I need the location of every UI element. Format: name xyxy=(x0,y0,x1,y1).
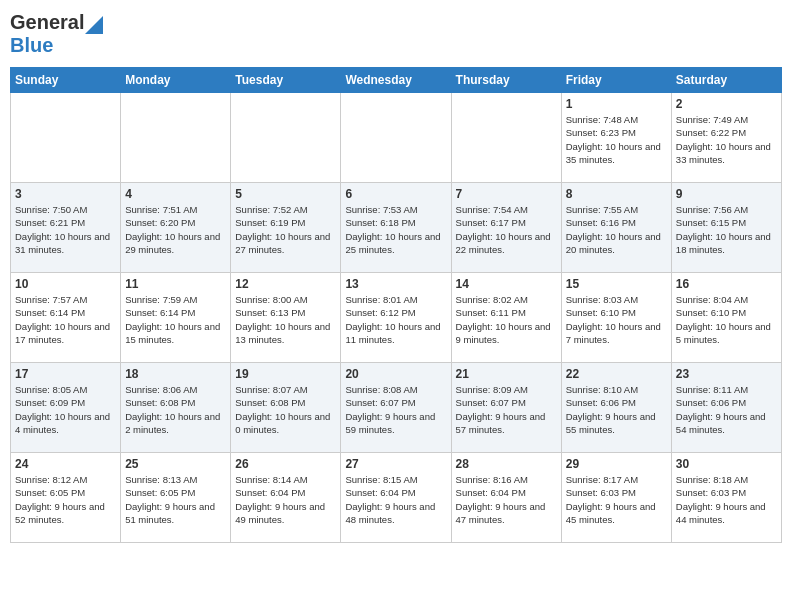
calendar-header-row: SundayMondayTuesdayWednesdayThursdayFrid… xyxy=(11,68,782,93)
calendar-week-5: 24Sunrise: 8:12 AMSunset: 6:05 PMDayligh… xyxy=(11,453,782,543)
header-wednesday: Wednesday xyxy=(341,68,451,93)
calendar-cell: 18Sunrise: 8:06 AMSunset: 6:08 PMDayligh… xyxy=(121,363,231,453)
day-info: Sunrise: 8:16 AMSunset: 6:04 PMDaylight:… xyxy=(456,473,557,526)
day-number: 22 xyxy=(566,367,667,381)
day-info: Sunrise: 8:14 AMSunset: 6:04 PMDaylight:… xyxy=(235,473,336,526)
day-number: 24 xyxy=(15,457,116,471)
calendar-cell: 19Sunrise: 8:07 AMSunset: 6:08 PMDayligh… xyxy=(231,363,341,453)
calendar-table: SundayMondayTuesdayWednesdayThursdayFrid… xyxy=(10,67,782,543)
day-info: Sunrise: 7:52 AMSunset: 6:19 PMDaylight:… xyxy=(235,203,336,256)
calendar-cell: 1Sunrise: 7:48 AMSunset: 6:23 PMDaylight… xyxy=(561,93,671,183)
calendar-cell: 7Sunrise: 7:54 AMSunset: 6:17 PMDaylight… xyxy=(451,183,561,273)
page-header: General Blue xyxy=(10,10,782,57)
day-number: 3 xyxy=(15,187,116,201)
day-info: Sunrise: 8:18 AMSunset: 6:03 PMDaylight:… xyxy=(676,473,777,526)
calendar-cell: 17Sunrise: 8:05 AMSunset: 6:09 PMDayligh… xyxy=(11,363,121,453)
calendar-cell: 6Sunrise: 7:53 AMSunset: 6:18 PMDaylight… xyxy=(341,183,451,273)
calendar-cell: 28Sunrise: 8:16 AMSunset: 6:04 PMDayligh… xyxy=(451,453,561,543)
calendar-cell: 22Sunrise: 8:10 AMSunset: 6:06 PMDayligh… xyxy=(561,363,671,453)
day-number: 11 xyxy=(125,277,226,291)
day-info: Sunrise: 7:51 AMSunset: 6:20 PMDaylight:… xyxy=(125,203,226,256)
calendar-cell xyxy=(11,93,121,183)
day-info: Sunrise: 7:55 AMSunset: 6:16 PMDaylight:… xyxy=(566,203,667,256)
day-info: Sunrise: 8:02 AMSunset: 6:11 PMDaylight:… xyxy=(456,293,557,346)
day-number: 13 xyxy=(345,277,446,291)
header-sunday: Sunday xyxy=(11,68,121,93)
day-info: Sunrise: 8:07 AMSunset: 6:08 PMDaylight:… xyxy=(235,383,336,436)
day-info: Sunrise: 8:15 AMSunset: 6:04 PMDaylight:… xyxy=(345,473,446,526)
day-info: Sunrise: 7:49 AMSunset: 6:22 PMDaylight:… xyxy=(676,113,777,166)
calendar-cell: 11Sunrise: 7:59 AMSunset: 6:14 PMDayligh… xyxy=(121,273,231,363)
calendar-cell: 2Sunrise: 7:49 AMSunset: 6:22 PMDaylight… xyxy=(671,93,781,183)
logo: General Blue xyxy=(10,10,103,57)
day-info: Sunrise: 7:56 AMSunset: 6:15 PMDaylight:… xyxy=(676,203,777,256)
calendar-cell: 27Sunrise: 8:15 AMSunset: 6:04 PMDayligh… xyxy=(341,453,451,543)
day-info: Sunrise: 7:53 AMSunset: 6:18 PMDaylight:… xyxy=(345,203,446,256)
calendar-cell: 15Sunrise: 8:03 AMSunset: 6:10 PMDayligh… xyxy=(561,273,671,363)
day-number: 1 xyxy=(566,97,667,111)
day-number: 7 xyxy=(456,187,557,201)
day-number: 18 xyxy=(125,367,226,381)
day-info: Sunrise: 8:13 AMSunset: 6:05 PMDaylight:… xyxy=(125,473,226,526)
calendar-cell: 21Sunrise: 8:09 AMSunset: 6:07 PMDayligh… xyxy=(451,363,561,453)
calendar-cell: 3Sunrise: 7:50 AMSunset: 6:21 PMDaylight… xyxy=(11,183,121,273)
day-number: 10 xyxy=(15,277,116,291)
day-number: 2 xyxy=(676,97,777,111)
calendar-cell: 25Sunrise: 8:13 AMSunset: 6:05 PMDayligh… xyxy=(121,453,231,543)
day-number: 28 xyxy=(456,457,557,471)
logo-icon xyxy=(85,12,103,34)
calendar-cell xyxy=(341,93,451,183)
day-info: Sunrise: 7:57 AMSunset: 6:14 PMDaylight:… xyxy=(15,293,116,346)
calendar-cell xyxy=(451,93,561,183)
day-number: 17 xyxy=(15,367,116,381)
day-info: Sunrise: 8:12 AMSunset: 6:05 PMDaylight:… xyxy=(15,473,116,526)
day-number: 29 xyxy=(566,457,667,471)
calendar-cell: 26Sunrise: 8:14 AMSunset: 6:04 PMDayligh… xyxy=(231,453,341,543)
day-number: 9 xyxy=(676,187,777,201)
day-number: 21 xyxy=(456,367,557,381)
calendar-cell: 23Sunrise: 8:11 AMSunset: 6:06 PMDayligh… xyxy=(671,363,781,453)
calendar-week-3: 10Sunrise: 7:57 AMSunset: 6:14 PMDayligh… xyxy=(11,273,782,363)
header-monday: Monday xyxy=(121,68,231,93)
day-number: 23 xyxy=(676,367,777,381)
logo-text-blue: Blue xyxy=(10,34,53,56)
day-info: Sunrise: 8:01 AMSunset: 6:12 PMDaylight:… xyxy=(345,293,446,346)
day-info: Sunrise: 8:06 AMSunset: 6:08 PMDaylight:… xyxy=(125,383,226,436)
calendar-cell: 12Sunrise: 8:00 AMSunset: 6:13 PMDayligh… xyxy=(231,273,341,363)
logo-text-general: General xyxy=(10,11,84,34)
calendar-week-4: 17Sunrise: 8:05 AMSunset: 6:09 PMDayligh… xyxy=(11,363,782,453)
calendar-week-2: 3Sunrise: 7:50 AMSunset: 6:21 PMDaylight… xyxy=(11,183,782,273)
calendar-cell: 30Sunrise: 8:18 AMSunset: 6:03 PMDayligh… xyxy=(671,453,781,543)
day-info: Sunrise: 7:54 AMSunset: 6:17 PMDaylight:… xyxy=(456,203,557,256)
calendar-cell: 4Sunrise: 7:51 AMSunset: 6:20 PMDaylight… xyxy=(121,183,231,273)
day-info: Sunrise: 8:08 AMSunset: 6:07 PMDaylight:… xyxy=(345,383,446,436)
day-number: 20 xyxy=(345,367,446,381)
calendar-cell: 8Sunrise: 7:55 AMSunset: 6:16 PMDaylight… xyxy=(561,183,671,273)
day-info: Sunrise: 8:00 AMSunset: 6:13 PMDaylight:… xyxy=(235,293,336,346)
day-info: Sunrise: 7:50 AMSunset: 6:21 PMDaylight:… xyxy=(15,203,116,256)
day-number: 27 xyxy=(345,457,446,471)
day-info: Sunrise: 8:05 AMSunset: 6:09 PMDaylight:… xyxy=(15,383,116,436)
calendar-cell: 5Sunrise: 7:52 AMSunset: 6:19 PMDaylight… xyxy=(231,183,341,273)
calendar-cell: 14Sunrise: 8:02 AMSunset: 6:11 PMDayligh… xyxy=(451,273,561,363)
day-number: 8 xyxy=(566,187,667,201)
calendar-cell: 9Sunrise: 7:56 AMSunset: 6:15 PMDaylight… xyxy=(671,183,781,273)
day-number: 6 xyxy=(345,187,446,201)
header-tuesday: Tuesday xyxy=(231,68,341,93)
day-number: 4 xyxy=(125,187,226,201)
day-info: Sunrise: 7:48 AMSunset: 6:23 PMDaylight:… xyxy=(566,113,667,166)
day-number: 15 xyxy=(566,277,667,291)
day-number: 19 xyxy=(235,367,336,381)
header-friday: Friday xyxy=(561,68,671,93)
day-number: 12 xyxy=(235,277,336,291)
calendar-cell: 29Sunrise: 8:17 AMSunset: 6:03 PMDayligh… xyxy=(561,453,671,543)
day-info: Sunrise: 8:09 AMSunset: 6:07 PMDaylight:… xyxy=(456,383,557,436)
day-number: 5 xyxy=(235,187,336,201)
calendar-week-1: 1Sunrise: 7:48 AMSunset: 6:23 PMDaylight… xyxy=(11,93,782,183)
calendar-cell: 13Sunrise: 8:01 AMSunset: 6:12 PMDayligh… xyxy=(341,273,451,363)
calendar-cell: 24Sunrise: 8:12 AMSunset: 6:05 PMDayligh… xyxy=(11,453,121,543)
header-saturday: Saturday xyxy=(671,68,781,93)
day-info: Sunrise: 7:59 AMSunset: 6:14 PMDaylight:… xyxy=(125,293,226,346)
day-info: Sunrise: 8:10 AMSunset: 6:06 PMDaylight:… xyxy=(566,383,667,436)
calendar-cell xyxy=(121,93,231,183)
